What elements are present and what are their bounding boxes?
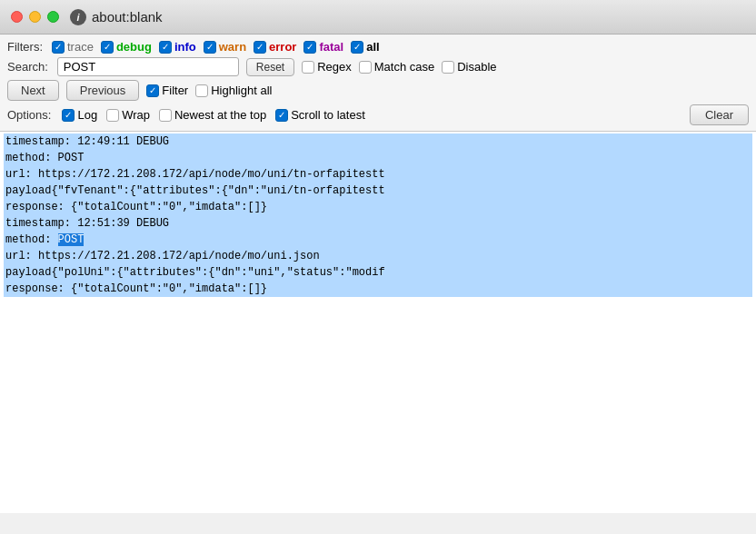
match-case-option[interactable]: Match case: [359, 60, 434, 74]
filter-warn[interactable]: warn: [204, 40, 246, 54]
log-label: Log: [77, 108, 97, 122]
fatal-checkbox[interactable]: [303, 41, 316, 54]
trace-label: trace: [67, 40, 94, 54]
regex-label: Regex: [317, 60, 352, 74]
log-area[interactable]: timestamp: 12:49:11 DEBUGmethod: POSTurl…: [0, 132, 756, 513]
filter-label: Filter: [162, 84, 188, 97]
scroll-label: Scroll to latest: [291, 108, 365, 122]
filter-option[interactable]: Filter: [146, 84, 188, 97]
search-match: POST: [58, 233, 85, 246]
match-case-checkbox[interactable]: [359, 61, 372, 74]
title-area: i about:blank: [70, 9, 745, 25]
regex-checkbox[interactable]: [302, 61, 314, 74]
filter-info[interactable]: info: [159, 40, 196, 54]
error-checkbox[interactable]: [254, 41, 266, 54]
warn-label: warn: [219, 40, 246, 54]
log-line: timestamp: 12:49:11 DEBUG: [4, 134, 752, 150]
wrap-option[interactable]: Wrap: [106, 108, 150, 122]
wrap-checkbox[interactable]: [106, 109, 119, 122]
debug-label: debug: [116, 40, 152, 54]
scroll-checkbox[interactable]: [275, 109, 288, 122]
debug-checkbox[interactable]: [101, 41, 114, 54]
search-input[interactable]: [57, 57, 239, 76]
disable-checkbox[interactable]: [442, 61, 454, 74]
scroll-option[interactable]: Scroll to latest: [275, 108, 365, 122]
close-button[interactable]: [11, 11, 23, 23]
log-line: method: POST: [4, 150, 752, 166]
maximize-button[interactable]: [47, 11, 59, 23]
log-option[interactable]: Log: [62, 108, 97, 122]
highlight-all-option[interactable]: Highlight all: [195, 84, 272, 97]
filter-error[interactable]: error: [254, 40, 296, 54]
buttons-row: Next Previous Filter Highlight all: [7, 80, 749, 101]
clear-button[interactable]: Clear: [690, 104, 749, 125]
log-line: payload{"polUni":{"attributes":{"dn":"un…: [4, 264, 752, 281]
highlight-all-checkbox[interactable]: [195, 84, 208, 97]
log-line: payload{"fvTenant":{"attributes":{"dn":"…: [4, 183, 752, 199]
all-checkbox[interactable]: [351, 41, 363, 54]
fatal-label: fatal: [319, 40, 343, 54]
highlight-all-label: Highlight all: [211, 84, 272, 97]
options-row: Options: Log Wrap Newest at the top Scro…: [7, 104, 749, 125]
info-checkbox[interactable]: [159, 41, 172, 54]
disable-label: Disable: [457, 60, 496, 74]
search-label: Search:: [7, 60, 48, 74]
options-label: Options:: [7, 108, 51, 122]
error-label: error: [269, 40, 296, 54]
newest-checkbox[interactable]: [159, 109, 172, 122]
toolbar: Filters: trace debug info warn error fat…: [0, 35, 756, 132]
trace-checkbox[interactable]: [52, 41, 65, 54]
filter-all[interactable]: all: [351, 40, 379, 54]
log-line: url: https://172.21.208.172/api/node/mo/…: [4, 166, 752, 183]
filter-trace[interactable]: trace: [52, 40, 94, 54]
next-button[interactable]: Next: [7, 80, 59, 101]
log-line: url: https://172.21.208.172/api/node/mo/…: [4, 248, 752, 264]
titlebar: i about:blank: [0, 0, 756, 35]
info-label: info: [174, 40, 196, 54]
match-case-label: Match case: [374, 60, 434, 74]
traffic-lights: [11, 11, 59, 23]
info-icon: i: [70, 9, 86, 25]
log-line: response: {"totalCount":"0","imdata":[]}: [4, 281, 752, 297]
regex-option[interactable]: Regex: [302, 60, 352, 74]
log-line: timestamp: 12:51:39 DEBUG: [4, 215, 752, 232]
search-row: Search: Reset Regex Match case Disable: [7, 57, 749, 76]
disable-option[interactable]: Disable: [442, 60, 496, 74]
reset-button[interactable]: Reset: [246, 58, 294, 76]
warn-checkbox[interactable]: [204, 41, 216, 54]
log-line: method: POST: [4, 232, 752, 248]
filters-row: Filters: trace debug info warn error fat…: [7, 40, 749, 54]
filter-debug[interactable]: debug: [101, 40, 152, 54]
wrap-label: Wrap: [122, 108, 150, 122]
newest-option[interactable]: Newest at the top: [159, 108, 266, 122]
log-line: response: {"totalCount":"0","imdata":[]}: [4, 199, 752, 215]
all-label: all: [366, 40, 379, 54]
previous-button[interactable]: Previous: [66, 80, 140, 101]
filter-checkbox[interactable]: [146, 84, 159, 97]
filter-fatal[interactable]: fatal: [303, 40, 343, 54]
newest-label: Newest at the top: [174, 108, 266, 122]
page-title: about:blank: [92, 9, 163, 25]
minimize-button[interactable]: [29, 11, 41, 23]
log-checkbox[interactable]: [62, 109, 75, 122]
filters-label: Filters:: [7, 40, 43, 54]
